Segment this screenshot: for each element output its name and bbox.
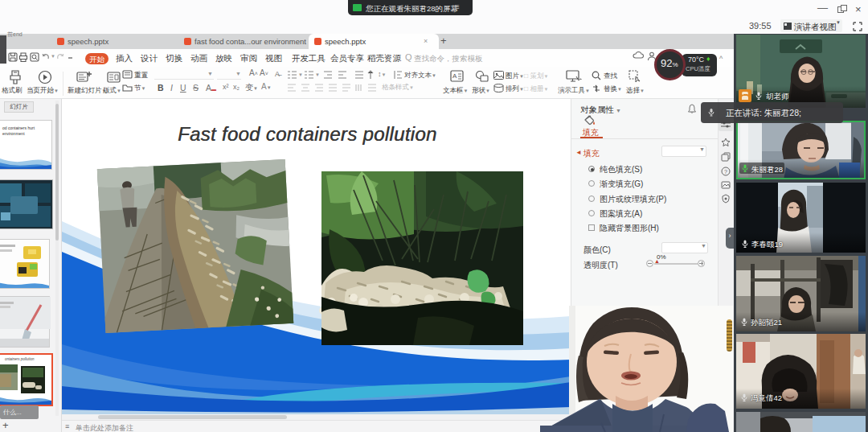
svg-text:A: A — [452, 72, 457, 80]
svg-text:▼: ▼ — [315, 72, 320, 77]
svg-text:▼: ▼ — [298, 72, 303, 77]
svg-text:?: ? — [724, 169, 727, 175]
